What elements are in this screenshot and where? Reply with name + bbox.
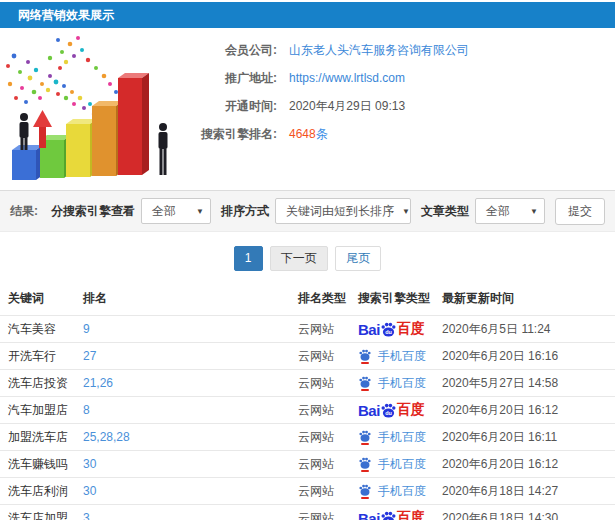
keyword-cell: 汽车美容 [0, 316, 75, 343]
table-row: 开洗车行 27 云网站 手机百度 2020年6月20日 16:16 [0, 343, 615, 370]
rank-cell: 8 [75, 397, 290, 424]
keyword-cell: 洗车赚钱吗 [0, 451, 75, 478]
open-time-value: 2020年4月29日 09:13 [289, 98, 405, 115]
rank-type-cell: 云网站 [290, 316, 350, 343]
engine-cell: 手机百度 [350, 451, 434, 478]
mobile-baidu-paw-icon [358, 376, 372, 391]
info-section: 会员公司: 山东老人头汽车服务咨询有限公司 推广地址: https://www.… [0, 28, 615, 190]
ranking-count-value: 4648条 [289, 126, 328, 143]
promo-url-link[interactable]: https://www.lrtlsd.com [289, 71, 405, 85]
keyword-cell: 汽车加盟店 [0, 397, 75, 424]
header-updated: 最新更新时间 [434, 281, 615, 316]
page-button-1[interactable]: 1 [234, 246, 263, 271]
ranking-count-label: 搜索引擎排名: [182, 126, 277, 143]
info-row-ranking-count: 搜索引擎排名: 4648条 [182, 120, 615, 148]
mobile-baidu-logo: 手机百度 [358, 375, 426, 392]
open-time-label: 开通时间: [182, 98, 277, 115]
baidu-logo-text-bai: Bai [358, 321, 380, 338]
mobile-baidu-logo: 手机百度 [358, 348, 426, 365]
svg-text:du: du [385, 410, 392, 416]
ranking-table: 关键词 排名 排名类型 搜索引擎类型 最新更新时间 汽车美容 9 云网站 Bai… [0, 281, 615, 520]
rank-cell: 30 [75, 451, 290, 478]
info-row-open-time: 开通时间: 2020年4月29日 09:13 [182, 92, 615, 120]
table-row: 洗车店加盟 3 云网站 Bai du 百度 2020年6月18日 14:30 [0, 505, 615, 520]
mobile-baidu-label: 手机百度 [378, 483, 426, 500]
keyword-cell: 洗车店加盟 [0, 505, 75, 520]
mobile-baidu-red-underline [361, 362, 369, 364]
engine-filter-value: 全部 [152, 203, 188, 220]
mobile-baidu-paw-icon [358, 430, 372, 445]
engine-cell: Bai du 百度 [350, 397, 434, 424]
rank-cell: 30 [75, 478, 290, 505]
header-rank-type: 排名类型 [290, 281, 350, 316]
article-type-label: 文章类型 [421, 203, 469, 220]
baidu-logo-text-cn: 百度 [397, 509, 425, 520]
mobile-baidu-label: 手机百度 [378, 456, 426, 473]
result-label: 结果: [10, 203, 38, 220]
last-page-button[interactable]: 尾页 [335, 246, 381, 271]
keyword-cell: 洗车店投资 [0, 370, 75, 397]
rank-type-cell: 云网站 [290, 451, 350, 478]
bar-chart-illustration [0, 28, 182, 188]
mobile-baidu-red-underline [361, 470, 369, 472]
engine-filter-select[interactable]: 全部 ▼ [141, 198, 211, 224]
next-page-button[interactable]: 下一页 [270, 246, 328, 271]
engine-cell: Bai du 百度 [350, 316, 434, 343]
keyword-cell: 加盟洗车店 [0, 424, 75, 451]
updated-cell: 2020年6月20日 16:16 [434, 343, 615, 370]
table-row: 洗车赚钱吗 30 云网站 手机百度 2020年6月20日 16:12 [0, 451, 615, 478]
article-type-value: 全部 [486, 203, 522, 220]
mobile-baidu-red-underline [361, 497, 369, 499]
mobile-baidu-logo: 手机百度 [358, 483, 426, 500]
mobile-baidu-paw-icon [358, 457, 372, 472]
person-left [20, 113, 29, 150]
baidu-paw-icon: du [380, 321, 397, 338]
table-row: 洗车店利润 30 云网站 手机百度 2020年6月18日 14:27 [0, 478, 615, 505]
table-row: 加盟洗车店 25,28,28 云网站 手机百度 2020年6月20日 16:11 [0, 424, 615, 451]
chevron-down-icon: ▼ [196, 207, 204, 216]
mobile-baidu-red-underline [361, 389, 369, 391]
engine-filter-label: 分搜索引擎查看 [51, 203, 135, 220]
table-row: 洗车店投资 21,26 云网站 手机百度 2020年5月27日 14:58 [0, 370, 615, 397]
updated-cell: 2020年6月20日 16:11 [434, 424, 615, 451]
baidu-logo: Bai du 百度 [358, 509, 425, 520]
rank-cell: 21,26 [75, 370, 290, 397]
engine-cell: 手机百度 [350, 424, 434, 451]
header-keyword: 关键词 [0, 281, 75, 316]
mobile-baidu-logo: 手机百度 [358, 429, 426, 446]
mobile-baidu-logo: 手机百度 [358, 456, 426, 473]
sort-value: 关键词由短到长排序 [286, 203, 394, 220]
submit-button[interactable]: 提交 [555, 198, 605, 225]
rank-type-cell: 云网站 [290, 424, 350, 451]
sort-select[interactable]: 关键词由短到长排序 ▼ [275, 198, 411, 224]
table-header-row: 关键词 排名 排名类型 搜索引擎类型 最新更新时间 [0, 281, 615, 316]
baidu-logo-text-bai: Bai [358, 402, 380, 419]
company-link[interactable]: 山东老人头汽车服务咨询有限公司 [289, 42, 469, 59]
keyword-cell: 开洗车行 [0, 343, 75, 370]
svg-text:du: du [385, 329, 392, 335]
updated-cell: 2020年5月27日 14:58 [434, 370, 615, 397]
baidu-logo-text-cn: 百度 [397, 401, 425, 419]
mobile-baidu-label: 手机百度 [378, 348, 426, 365]
baidu-logo-text-cn: 百度 [397, 320, 425, 338]
engine-cell: 手机百度 [350, 343, 434, 370]
mobile-baidu-label: 手机百度 [378, 375, 426, 392]
header-engine-type: 搜索引擎类型 [350, 281, 434, 316]
engine-cell: 手机百度 [350, 478, 434, 505]
engine-cell: Bai du 百度 [350, 505, 434, 520]
rank-type-cell: 云网站 [290, 343, 350, 370]
keyword-cell: 洗车店利润 [0, 478, 75, 505]
bar-red [118, 73, 149, 175]
rank-cell: 9 [75, 316, 290, 343]
article-type-select[interactable]: 全部 ▼ [475, 198, 545, 224]
rank-cell: 27 [75, 343, 290, 370]
mobile-baidu-paw-icon [358, 349, 372, 364]
info-row-company: 会员公司: 山东老人头汽车服务咨询有限公司 [182, 36, 615, 64]
page-title: 网络营销效果展示 [18, 8, 114, 22]
company-label: 会员公司: [182, 42, 277, 59]
mobile-baidu-paw-icon [358, 484, 372, 499]
page-title-bar: 网络营销效果展示 [0, 2, 615, 28]
table-row: 汽车美容 9 云网站 Bai du 百度 2020年6月5日 11:24 [0, 316, 615, 343]
baidu-logo: Bai du 百度 [358, 320, 425, 338]
updated-cell: 2020年6月20日 16:12 [434, 451, 615, 478]
